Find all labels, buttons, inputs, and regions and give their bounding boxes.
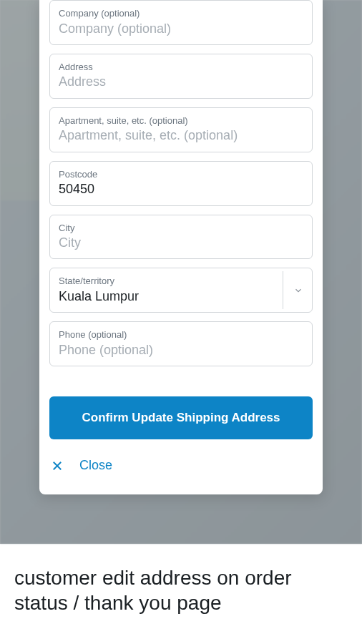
close-button[interactable]: Close (49, 455, 313, 480)
close-label: Close (79, 458, 112, 473)
state-value: Kuala Lumpur (59, 288, 283, 305)
apartment-field-wrapper[interactable]: Apartment, suite, etc. (optional) (49, 107, 313, 152)
caption-text: customer edit address on order status / … (14, 565, 348, 615)
postcode-input[interactable] (59, 181, 303, 197)
close-icon (51, 459, 64, 472)
apartment-label: Apartment, suite, etc. (optional) (59, 114, 303, 128)
city-label: City (59, 221, 303, 235)
company-field-wrapper[interactable]: Company (optional) (49, 0, 313, 45)
phone-field-wrapper[interactable]: Phone (optional) (49, 321, 313, 366)
postcode-label: Postcode (59, 167, 303, 182)
company-label: Company (optional) (59, 6, 303, 21)
city-input[interactable] (59, 235, 303, 251)
city-field-wrapper[interactable]: City (49, 215, 313, 260)
address-input[interactable] (59, 74, 303, 90)
address-field-wrapper[interactable]: Address (49, 54, 313, 99)
phone-input[interactable] (59, 342, 303, 358)
phone-label: Phone (optional) (59, 328, 303, 342)
state-label: State/territory (59, 274, 283, 288)
postcode-field-wrapper[interactable]: Postcode (49, 161, 313, 206)
state-field-wrapper[interactable]: State/territory Kuala Lumpur (49, 268, 313, 313)
state-dropdown-toggle[interactable] (283, 271, 303, 309)
confirm-button[interactable]: Confirm Update Shipping Address (49, 396, 313, 439)
address-label: Address (59, 60, 303, 74)
company-input[interactable] (59, 21, 303, 37)
apartment-input[interactable] (59, 127, 303, 144)
edit-address-modal: Company (optional) Address Apartment, su… (39, 0, 323, 494)
chevron-down-icon (293, 286, 303, 296)
